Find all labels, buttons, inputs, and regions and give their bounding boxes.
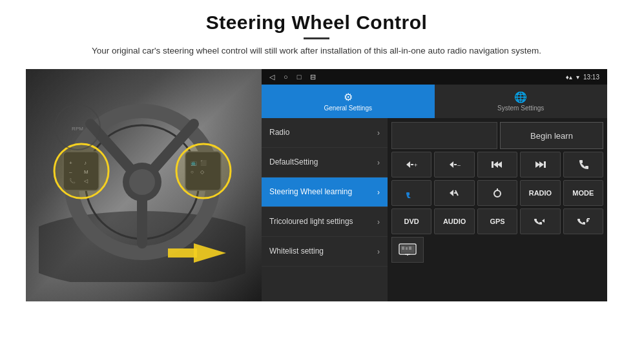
menu-radio-label: Radio: [269, 128, 375, 138]
menu-item-steering[interactable]: Steering Wheel learning ›: [262, 177, 388, 207]
radio-btn[interactable]: RADIO: [520, 180, 560, 206]
device-screen: ◁ ○ □ ⊟ ♦▴ ▾ 13:13 ⚙ General Settings: [262, 69, 607, 301]
recents-nav-icon[interactable]: □: [297, 73, 302, 81]
general-settings-icon: ⚙: [344, 91, 353, 103]
menu-item-default[interactable]: DefaultSetting ›: [262, 148, 388, 177]
page-title: Steering Wheel Control: [92, 12, 541, 34]
status-bar: ◁ ○ □ ⊟ ♦▴ ▾ 13:13: [262, 69, 607, 85]
vol-down-btn[interactable]: –: [434, 152, 474, 177]
call-end-btn[interactable]: [391, 180, 431, 206]
right-panel: Begin learn + –: [388, 118, 607, 301]
btn-row-4: [391, 237, 603, 263]
vol-up-btn[interactable]: +: [391, 152, 431, 177]
menu-item-whitelist[interactable]: Whitelist setting ›: [262, 237, 388, 267]
svg-rect-37: [544, 161, 546, 168]
signal-icon: ♦▴: [566, 74, 572, 81]
svg-text:+: +: [414, 162, 417, 168]
svg-text:RPM: RPM: [72, 126, 83, 132]
btn-row-1: + –: [391, 152, 603, 177]
content-area: + – 📞 ♪ M ◁ 📺 ⬛ ○ ◇: [26, 69, 607, 301]
svg-point-41: [494, 190, 501, 197]
menu-tricoloured-arrow: ›: [377, 217, 380, 227]
menu-steering-arrow: ›: [377, 188, 380, 197]
controls-grid: + –: [391, 152, 603, 263]
wifi-icon: ▾: [576, 74, 579, 81]
system-settings-icon: 🌐: [514, 91, 527, 103]
gps-btn[interactable]: GPS: [477, 208, 517, 234]
btn-row-3: DVD AUDIO GPS: [391, 208, 603, 234]
home-nav-icon[interactable]: ○: [284, 73, 288, 81]
tabs-row: ⚙ General Settings 🌐 System Settings: [262, 85, 607, 118]
menu-steering-label: Steering Wheel learning: [269, 187, 375, 197]
svg-marker-33: [497, 161, 502, 168]
mute-btn[interactable]: [434, 180, 474, 206]
input-field[interactable]: [391, 122, 497, 149]
audio-btn[interactable]: AUDIO: [434, 208, 474, 234]
menu-item-radio[interactable]: Radio ›: [262, 118, 388, 148]
btn-row-2: RADIO MODE: [391, 180, 603, 206]
svg-marker-32: [493, 161, 498, 168]
next-track-btn[interactable]: [520, 152, 560, 177]
phone-btn-1[interactable]: [563, 152, 603, 177]
svg-point-21: [176, 144, 231, 198]
status-right: ♦▴ ▾ 13:13: [566, 74, 599, 81]
tab-system-label: System Settings: [497, 105, 544, 112]
svg-point-20: [54, 144, 109, 198]
begin-learn-button[interactable]: Begin learn: [500, 122, 603, 149]
menu-panel: Radio › DefaultSetting › Steering Wheel …: [262, 118, 388, 301]
svg-rect-34: [492, 161, 493, 168]
svg-marker-35: [535, 161, 540, 168]
steering-wheel-svg: + – 📞 ♪ M ◁ 📺 ⬛ ○ ◇: [39, 88, 245, 282]
steering-wheel-photo: + – 📞 ♪ M ◁ 📺 ⬛ ○ ◇: [26, 69, 262, 301]
svg-marker-38: [450, 190, 453, 196]
menu-whitelist-label: Whitelist setting: [269, 247, 375, 257]
top-row: Begin learn: [391, 122, 603, 149]
menu-default-label: DefaultSetting: [269, 157, 375, 168]
menu-default-arrow: ›: [377, 158, 380, 167]
mode-btn[interactable]: MODE: [563, 180, 603, 206]
menu-radio-arrow: ›: [377, 128, 380, 137]
display-icon-btn[interactable]: [391, 237, 424, 263]
svg-marker-29: [450, 161, 453, 168]
clock: 13:13: [583, 74, 599, 81]
svg-marker-43: [542, 219, 545, 223]
main-content: Radio › DefaultSetting › Steering Wheel …: [262, 118, 607, 301]
svg-marker-36: [539, 161, 544, 168]
svg-point-7: [129, 169, 155, 195]
tab-general-settings[interactable]: ⚙ General Settings: [262, 85, 435, 118]
svg-rect-23: [168, 248, 197, 258]
menu-tricoloured-label: Tricoloured light settings: [269, 217, 375, 227]
back-nav-icon[interactable]: ◁: [269, 73, 275, 81]
menu-item-tricoloured[interactable]: Tricoloured light settings ›: [262, 207, 388, 237]
tab-system-settings[interactable]: 🌐 System Settings: [435, 85, 608, 118]
menu-whitelist-arrow: ›: [377, 247, 380, 256]
phone-next-btn[interactable]: [563, 208, 603, 234]
tab-general-label: General Settings: [324, 105, 373, 112]
menu-nav-icon[interactable]: ⊟: [310, 73, 316, 81]
svg-rect-52: [409, 247, 411, 250]
prev-track-btn[interactable]: [477, 152, 517, 177]
svg-marker-26: [406, 161, 410, 168]
subtitle-text: Your original car's steering wheel contr…: [92, 45, 541, 57]
power-btn[interactable]: [477, 180, 517, 206]
phone-prev-btn[interactable]: [520, 208, 560, 234]
svg-rect-50: [402, 247, 404, 250]
dvd-btn[interactable]: DVD: [391, 208, 431, 234]
svg-text:–: –: [457, 162, 461, 168]
title-divider: [304, 37, 329, 39]
nav-icons: ◁ ○ □ ⊟: [269, 73, 316, 81]
svg-rect-51: [406, 247, 408, 250]
